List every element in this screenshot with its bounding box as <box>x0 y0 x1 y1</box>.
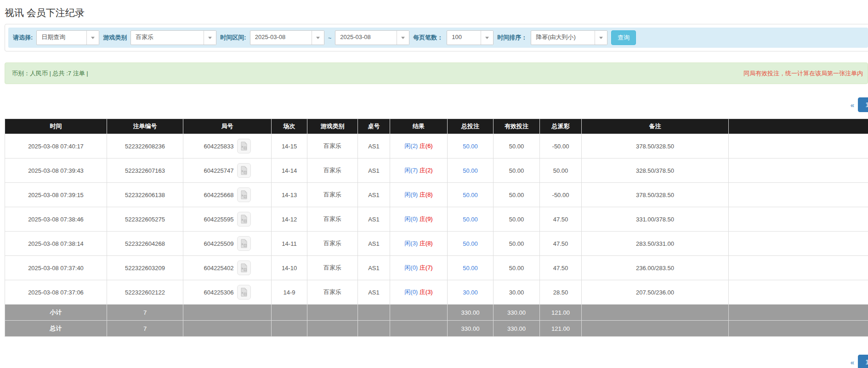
query-type-dropdown-button[interactable] <box>86 31 99 45</box>
cell-game-type: 百家乐 <box>307 183 358 207</box>
cell-bet-id: 522322604268 <box>107 232 183 256</box>
chevron-down-icon <box>316 37 320 39</box>
subtotal-count: 7 <box>107 305 183 321</box>
search-button[interactable]: 查询 <box>611 30 636 45</box>
cell-remark: 328.50/378.50 <box>582 159 729 183</box>
total-bet-link[interactable]: 50.00 <box>463 216 478 223</box>
cell-valid-bet: 30.00 <box>494 280 540 305</box>
cell-extra <box>729 159 868 183</box>
cell-bet-id: 522322606138 <box>107 183 183 207</box>
pagination-page-1-button[interactable]: 1 <box>858 355 868 368</box>
cell-round-id: 604225668 <box>183 183 272 207</box>
cell-total-bet: 50.00 <box>448 183 494 207</box>
date-to-dropdown-button[interactable] <box>397 31 409 45</box>
cell-remark: 378.50/328.50 <box>582 183 729 207</box>
table-row: 2025-03-08 07:38:46 522322605275 6042255… <box>5 207 868 232</box>
cell-session: 14-14 <box>272 159 307 183</box>
header-time: 时间 <box>5 119 107 134</box>
cell-extra <box>729 256 868 280</box>
betting-records-page: 视讯 会员下注纪录 请选择: 日期查询 游戏类别 百家乐 时间区间: 2025-… <box>0 0 868 368</box>
cell-session: 14-9 <box>272 280 307 305</box>
pagination-prev-button[interactable]: « <box>847 356 858 368</box>
date-from-select[interactable]: 2025-03-08 <box>250 30 324 45</box>
chevron-down-icon <box>599 37 603 39</box>
cell-table-no: AS1 <box>358 232 390 256</box>
cell-valid-bet: 50.00 <box>494 256 540 280</box>
cell-round-id: 604225509 <box>183 232 272 256</box>
pagination-page-1-button[interactable]: 1 <box>858 97 868 112</box>
cell-bet-id: 522322608236 <box>107 134 183 159</box>
query-type-select[interactable]: 日期查询 <box>36 30 99 45</box>
header-bet-id: 注单编号 <box>107 119 183 134</box>
table-row: 2025-03-08 07:40:17 522322608236 6042258… <box>5 134 868 159</box>
cell-game-type: 百家乐 <box>307 232 358 256</box>
cell-payout: 47.50 <box>540 256 582 280</box>
table-row: 2025-03-08 07:37:06 522322602122 6042253… <box>5 280 868 305</box>
game-type-select[interactable]: 百家乐 <box>130 30 216 45</box>
time-sort-select[interactable]: 降幂(由大到小) <box>531 30 607 45</box>
table-row: 2025-03-08 07:39:15 522322606138 6042256… <box>5 183 868 207</box>
cell-payout: 50.00 <box>540 159 582 183</box>
cell-bet-id: 522322602122 <box>107 280 183 305</box>
result-banker: 庄(2) <box>420 167 433 174</box>
cell-total-bet: 50.00 <box>448 134 494 159</box>
cell-valid-bet: 50.00 <box>494 232 540 256</box>
cell-total-bet: 50.00 <box>448 232 494 256</box>
video-replay-button[interactable] <box>237 139 251 153</box>
cell-valid-bet: 50.00 <box>494 159 540 183</box>
cell-remark: 207.50/236.00 <box>582 280 729 305</box>
video-replay-button[interactable] <box>237 163 251 178</box>
game-type-dropdown-button[interactable] <box>204 31 216 45</box>
cell-result: 闲(7) 庄(2) <box>390 159 448 183</box>
chevron-down-icon <box>208 37 212 39</box>
date-from-dropdown-button[interactable] <box>312 31 324 45</box>
cell-payout: -50.00 <box>540 183 582 207</box>
total-bet-link[interactable]: 50.00 <box>463 167 478 174</box>
total-bet-link[interactable]: 50.00 <box>463 192 478 198</box>
cell-game-type: 百家乐 <box>307 207 358 232</box>
cell-result: 闲(0) 庄(3) <box>390 280 448 305</box>
pagination-top-row: « 1 <box>0 84 868 119</box>
result-banker: 庄(7) <box>420 264 433 271</box>
total-valid-bet: 330.00 <box>494 321 540 337</box>
cell-extra <box>729 134 868 159</box>
total-row: 总计 7 330.00 330.00 121.00 <box>5 321 868 337</box>
result-player: 闲(0) <box>404 264 418 271</box>
cell-session: 14-15 <box>272 134 307 159</box>
total-count: 7 <box>107 321 183 337</box>
video-file-icon <box>240 142 248 151</box>
video-file-icon <box>240 239 248 248</box>
subtotal-label: 小计 <box>5 305 107 321</box>
video-file-icon <box>240 190 248 199</box>
cell-table-no: AS1 <box>358 256 390 280</box>
cell-round-id: 604225747 <box>183 159 272 183</box>
page-size-label: 每页笔数： <box>413 34 443 42</box>
video-replay-button[interactable] <box>237 260 251 275</box>
pagination-bottom-row: « 1 <box>0 337 868 368</box>
video-replay-button[interactable] <box>237 187 251 202</box>
pagination-top: « 1 <box>847 97 868 112</box>
total-bet-link[interactable]: 50.00 <box>463 240 478 247</box>
cell-time: 2025-03-08 07:37:40 <box>5 256 107 280</box>
cell-time: 2025-03-08 07:40:17 <box>5 134 107 159</box>
page-size-dropdown-button[interactable] <box>481 31 493 45</box>
chevron-down-icon <box>485 37 489 39</box>
video-replay-button[interactable] <box>237 285 251 300</box>
cell-extra <box>729 280 868 305</box>
cell-time: 2025-03-08 07:37:06 <box>5 280 107 305</box>
time-sort-dropdown-button[interactable] <box>595 31 607 45</box>
header-extra <box>729 119 868 134</box>
result-player: 闲(0) <box>404 215 418 222</box>
video-replay-button[interactable] <box>237 236 251 251</box>
page-size-select[interactable]: 100 <box>447 30 494 45</box>
cell-bet-id: 522322607163 <box>107 159 183 183</box>
total-bet-link[interactable]: 50.00 <box>463 265 478 272</box>
total-bet-link[interactable]: 30.00 <box>463 289 478 296</box>
cell-total-bet: 50.00 <box>448 159 494 183</box>
pagination-prev-button[interactable]: « <box>847 98 858 112</box>
total-bet-link[interactable]: 50.00 <box>463 143 478 150</box>
date-to-select[interactable]: 2025-03-08 <box>335 30 409 45</box>
result-banker: 庄(8) <box>420 191 433 198</box>
video-replay-button[interactable] <box>237 212 251 226</box>
cell-total-bet: 50.00 <box>448 207 494 232</box>
